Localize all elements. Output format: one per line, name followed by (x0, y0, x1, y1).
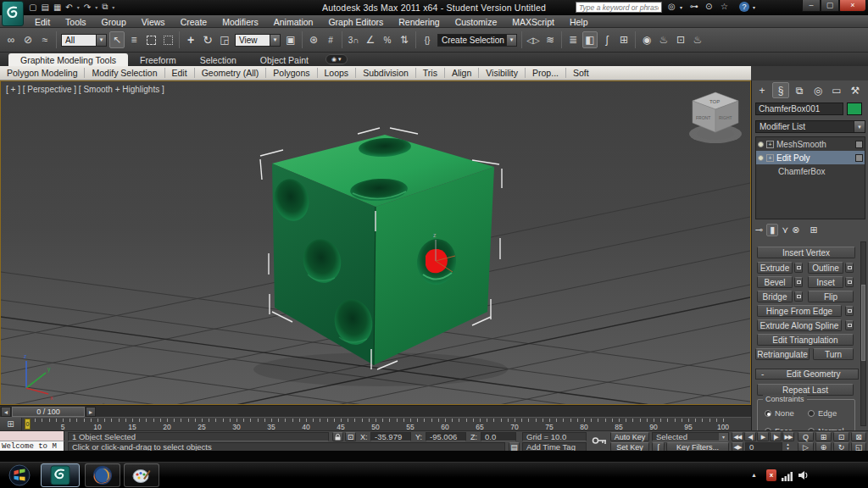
ribbon-tab-object-paint[interactable]: Object Paint (248, 53, 320, 66)
graphite-ribbon-toggle-icon[interactable]: ◧ (582, 31, 598, 48)
keyboard-shortcut-override-icon[interactable]: # (323, 31, 338, 48)
zoom-extents-all-icon[interactable]: ⊠ (851, 432, 866, 441)
expand-icon[interactable]: + (766, 154, 774, 162)
speaker-icon[interactable] (798, 469, 810, 485)
previous-frame-icon[interactable]: ◀| (744, 432, 756, 441)
select-and-scale-icon[interactable]: ◲ (217, 31, 232, 48)
select-and-link-icon[interactable]: ∞ (3, 31, 19, 48)
auto-key-button[interactable]: Auto Key (610, 432, 649, 441)
repeat-last-button[interactable]: Repeat Last (757, 384, 854, 396)
zoom-icon[interactable]: Q (798, 432, 814, 441)
help-dropdown-icon[interactable]: ▾ (753, 4, 755, 10)
y-coordinate-field[interactable]: -95.006 (426, 432, 466, 441)
outline-button[interactable]: Outline (808, 262, 843, 274)
panel-scrollbar[interactable] (860, 241, 866, 426)
ribbon-panel-visibility[interactable]: Visibility (479, 68, 526, 78)
hinge-from-edge-button[interactable]: Hinge From Edge (757, 305, 842, 317)
ribbon-panel-tris[interactable]: Tris (416, 68, 445, 78)
selection-filter-dropdown[interactable]: All ▾ (61, 34, 107, 47)
favorites-star-icon[interactable]: ☆ (721, 2, 728, 11)
application-menu-button[interactable] (2, 1, 24, 26)
flip-button[interactable]: Flip (808, 291, 854, 302)
ribbon-tab-graphite-modeling-tools[interactable]: Graphite Modeling Tools (8, 53, 128, 66)
taskbar-paint-button[interactable] (124, 463, 159, 487)
menu-help[interactable]: Help (562, 17, 596, 27)
taskbar-3dsmax-button[interactable] (41, 463, 80, 487)
menu-tools[interactable]: Tools (58, 17, 94, 27)
ribbon-panel-modify-selection[interactable]: Modify Selection (85, 68, 164, 78)
use-pivot-point-center-icon[interactable]: ▣ (283, 31, 298, 48)
stack-item-meshsmooth[interactable]: +MeshSmooth (756, 137, 865, 151)
select-and-manipulate-icon[interactable]: ⊛ (306, 31, 321, 48)
bevel-button[interactable]: Bevel (757, 276, 793, 288)
extrude-button[interactable]: Extrude (757, 262, 793, 274)
window-crossing-icon[interactable] (160, 31, 175, 48)
visibility-bulb-icon[interactable] (758, 155, 764, 161)
extrude-spline-settings-icon[interactable] (845, 320, 854, 330)
help-search-input[interactable] (576, 2, 662, 13)
select-object-icon[interactable]: ↖ (109, 31, 125, 48)
viewport-label[interactable]: [ + ] [ Perspective ] [ Smooth + Highlig… (6, 85, 164, 94)
bridge-button[interactable]: Bridge (757, 291, 793, 302)
object-name-field[interactable]: ChamferBox001 (755, 103, 843, 115)
viewcube[interactable]: TOP FRONT RIGHT (689, 92, 742, 143)
viewcube-top-label[interactable]: TOP (709, 99, 720, 104)
start-button[interactable] (7, 463, 32, 487)
network-signal-icon[interactable] (782, 469, 793, 485)
insert-vertex-button[interactable]: Insert Vertex (757, 247, 855, 258)
radio-icon[interactable] (808, 410, 815, 417)
time-slider-handle[interactable]: 0 / 100 (12, 407, 85, 417)
go-to-end-icon[interactable]: ▶▶ (782, 432, 794, 441)
key-filter-dropdown[interactable]: Selected ▾ (652, 432, 729, 441)
ribbon-panel-soft[interactable]: Soft (566, 68, 596, 78)
scrollbar-thumb[interactable] (861, 285, 865, 361)
mirror-icon[interactable]: ◁▷ (526, 31, 541, 48)
ribbon-panel-loops[interactable]: Loops (318, 68, 357, 78)
mini-curve-editor-icon[interactable]: ⊞ (0, 418, 22, 431)
show-end-result-icon[interactable]: ▮ (766, 224, 778, 236)
ribbon-panel-geometry-all[interactable]: Geometry (All) (195, 68, 267, 78)
menu-group[interactable]: Group (94, 17, 134, 27)
visibility-bulb-icon[interactable] (758, 141, 764, 147)
ribbon-panel-edit[interactable]: Edit (165, 68, 195, 78)
rollout-collapse-icon[interactable]: - (756, 369, 769, 379)
ribbon-panel-polygon-modeling[interactable]: Polygon Modeling (0, 68, 85, 78)
bind-to-space-warp-icon[interactable]: ≈ (37, 31, 53, 48)
frame-back-icon[interactable]: ◂ (1, 407, 11, 417)
stack-item-edit-poly[interactable]: +Edit Poly (756, 151, 865, 164)
extrude-along-spline-button[interactable]: Extrude Along Spline (757, 319, 842, 331)
modify-tab-icon[interactable]: § (772, 82, 789, 98)
help-icon[interactable]: ? (739, 2, 749, 12)
action-center-flag-icon[interactable]: x (766, 469, 776, 481)
menu-modifiers[interactable]: Modifiers (214, 17, 266, 27)
snaps-toggle-icon[interactable]: 3∩ (346, 31, 361, 48)
minimize-button[interactable]: – (802, 0, 821, 12)
outline-settings-icon[interactable] (845, 263, 854, 273)
radio-icon[interactable] (765, 410, 771, 417)
maximize-button[interactable]: ▢ (821, 0, 839, 12)
menu-maxscript[interactable]: MAXScript (504, 17, 562, 27)
reference-coordinate-dropdown[interactable]: View ▾ (235, 34, 281, 47)
rendered-frame-window-icon[interactable]: ⊡ (673, 31, 688, 48)
spinner-snap-icon[interactable]: ⇅ (397, 31, 412, 48)
schematic-view-icon[interactable]: ⊞ (616, 31, 632, 48)
modifier-state-icon[interactable] (855, 154, 863, 162)
go-to-start-icon[interactable]: ◀◀ (732, 432, 743, 441)
menu-customize[interactable]: Customize (448, 17, 505, 27)
select-and-rotate-icon[interactable]: ↻ (200, 31, 215, 48)
angle-snap-icon[interactable]: ∠ (363, 31, 378, 48)
edit-geometry-rollout-header[interactable]: - Edit Geometry (755, 369, 859, 380)
retriangulate-button[interactable]: Retriangulate (755, 348, 810, 360)
viewcube-right-label[interactable]: RIGHT (719, 115, 732, 120)
ribbon-minimize-icon[interactable]: ◉ ▾ (326, 54, 348, 64)
updates-icon[interactable]: ⊙ (705, 2, 712, 11)
turn-button[interactable]: Turn (813, 348, 854, 360)
set-keys-icon[interactable] (592, 434, 607, 451)
unlink-selection-icon[interactable]: ⊘ (20, 31, 36, 48)
selection-lock-icon[interactable] (332, 432, 343, 441)
align-icon[interactable]: ≋ (542, 31, 558, 48)
bridge-settings-icon[interactable] (794, 291, 803, 302)
rectangular-selection-region-icon[interactable] (143, 31, 159, 48)
constraint-radio-edge[interactable]: Edge (808, 407, 851, 419)
taskbar-firefox-button[interactable] (85, 463, 120, 487)
